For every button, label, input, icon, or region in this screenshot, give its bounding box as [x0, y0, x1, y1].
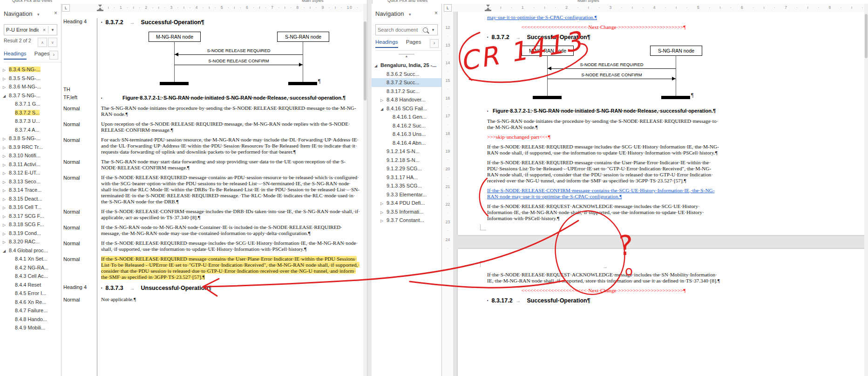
search-input[interactable]: [376, 27, 423, 33]
tab-headings[interactable]: Headings: [375, 39, 398, 48]
m-ng-ran-node-box[interactable]: M-NG-RAN node: [149, 32, 201, 42]
close-icon[interactable]: ×: [434, 10, 438, 16]
diagram-paragraph[interactable]: M-NG-RAN node S-NG-RAN node S-NODE RELEA…: [101, 32, 360, 90]
nav-item[interactable]: ▷8.3.14 Trace...: [0, 186, 61, 195]
paragraph[interactable]: For·​each·​SN-terminated·​PDU·​session·​…: [101, 137, 360, 155]
doc-row-content[interactable]: If·​the·​S-NODE·​RELEASE·​REQUIRED·​mess…: [97, 256, 363, 284]
doc-row-content[interactable]: The·​S-NG-RAN·​node·​may·​start·​data·​f…: [97, 159, 363, 175]
nav-item[interactable]: ◢8.4.16 SCG Fail...: [372, 104, 441, 113]
nav-item[interactable]: ▷8.3.6 M-NG-...: [0, 82, 61, 91]
s-ng-ran-node-box[interactable]: S-NG-RAN node: [277, 32, 329, 42]
nav-item[interactable]: ▷8.3.11 Activi...: [0, 160, 61, 169]
nav-item[interactable]: 8.4.5 Error I...: [0, 289, 61, 298]
paragraph[interactable]: If·​the·​S-NODE·​RELEASE·​REQUIRED·​mess…: [101, 240, 360, 252]
expand-triangle-icon[interactable]: ▷: [3, 178, 9, 186]
nav-item[interactable]: 8.4.3 Cell Ac...: [0, 272, 61, 281]
expand-triangle-icon[interactable]: ▷: [3, 161, 9, 169]
doc-row-content[interactable]: Not·​applicable.¶: [97, 296, 363, 306]
expand-triangle-icon[interactable]: ▷: [3, 169, 9, 177]
nav-item[interactable]: 8.3.7.3 U...: [0, 117, 61, 126]
section-heading[interactable]: ▪8.3.7.2→Successful·​Operation¶: [487, 34, 720, 40]
expand-triangle-icon[interactable]: ▷: [380, 217, 387, 225]
paragraph[interactable]: may·​use·​it·​to·​optimise·​the·​S-CPAC·…: [487, 14, 720, 20]
nav-item[interactable]: ◢8.4 Global proc...: [0, 246, 61, 255]
nav-item[interactable]: 8.3.17.2 Suc...: [372, 87, 441, 96]
nav-item[interactable]: ▷8.3.20 RAC...: [0, 237, 61, 246]
paragraph[interactable]: The·​S-NG-RAN·​node·​initiates·​the·​pro…: [487, 118, 720, 130]
paragraph[interactable]: If·​the·​S-NODE·​RELEASE·​REQUEST·​ACKNO…: [487, 203, 720, 222]
tab-selector[interactable]: L: [444, 4, 452, 12]
diagram-paragraph[interactable]: M-NG-RAN node S-NG-RAN node S-NODE RELEA…: [487, 46, 720, 104]
nav-item[interactable]: ▷8.4.8 Handover...: [372, 95, 441, 104]
s-ng-ran-node-box[interactable]: S-NG-RAN node: [650, 46, 702, 56]
nav-item[interactable]: ▷8.3.15 Deact...: [0, 195, 61, 203]
sequence-diagram[interactable]: M-NG-RAN node S-NG-RAN node S-NODE RELEA…: [118, 32, 341, 90]
nav-item[interactable]: 8.4.16.2 Suc...: [372, 121, 441, 130]
nav-item[interactable]: 8.3.7.4 A...: [0, 126, 61, 134]
doc-row-content[interactable]: If·​the·​S-NODE·​RELEASE·​CONFIRM·​messa…: [97, 208, 363, 224]
nav-item[interactable]: ▷8.3.17 SCG F...: [0, 212, 61, 221]
doc-row-content[interactable]: If·​the·​S-NG-RAN·​node·​to·​M-NG-RAN·​n…: [97, 224, 363, 240]
nav-item[interactable]: ▷8.3.19 Cond...: [0, 229, 61, 238]
nav-item[interactable]: ◢Bengaluru, India, 25 -...: [372, 61, 441, 70]
nav-item[interactable]: 9.3.1.17 HA...: [372, 173, 441, 182]
nav-item[interactable]: 8.4.8 Hando...: [0, 315, 61, 324]
nav-item[interactable]: 8.3.7.2 S...: [0, 108, 61, 117]
scrollbar-thumb[interactable]: [865, 14, 868, 58]
nav-item[interactable]: ▷9.3.4 PDU Defi...: [372, 199, 441, 208]
paragraph[interactable]: <<<<<<<<<<<<<<<<<<<<<<·​Next·​Change·​>>…: [487, 24, 720, 30]
nav-item[interactable]: 8.4.7 Failure...: [0, 306, 61, 315]
doc-row-content[interactable]: Upon·​reception·​of·​the·​S-NODE·​RELEAS…: [97, 121, 363, 137]
nav-item[interactable]: ▷8.3.16 Cell T...: [0, 203, 61, 212]
doc-row-content[interactable]: ▪8.3.7.2→Successful·​Operation¶: [97, 18, 363, 31]
paragraph[interactable]: The·​S-NG-RAN·​node·​may·​start·​data·​f…: [101, 159, 360, 171]
nav-item[interactable]: ▷8.3.12 E-UT...: [0, 168, 61, 177]
paragraph[interactable]: If·​the·​S-NODE·​RELEASE·​REQUIRED·​mess…: [487, 160, 720, 184]
doc-row-content[interactable]: M-NG-RAN node S-NG-RAN node S-NODE RELEA…: [97, 31, 363, 94]
expand-triangle-icon[interactable]: ▷: [3, 83, 9, 91]
paragraph[interactable]: <<<<<<<<<<<<<<<<<<<<<<·​Next·​Change·​>>…: [487, 288, 720, 294]
figure-caption[interactable]: ▪Figure·​8.3.7.2-1:·​S-NG-RAN·​node·​ini…: [487, 108, 720, 114]
m-ng-ran-node-box[interactable]: M-NG-RAN node: [522, 46, 574, 56]
chevron-down-icon[interactable]: ▾: [409, 12, 411, 17]
nav-item[interactable]: 8.4.16.3 Uns...: [372, 130, 441, 139]
tab-selector[interactable]: L: [62, 4, 70, 12]
expand-triangle-icon[interactable]: ▷: [380, 200, 387, 208]
chevron-down-icon[interactable]: ▾: [37, 12, 40, 17]
nav-item[interactable]: ▷9.3.7 Constant...: [372, 216, 441, 225]
nav-item[interactable]: ▷8.3.9 RRC Tr...: [0, 143, 61, 152]
paragraph[interactable]: If·​the·​S-NODE·​RELEASE·​CONFIRM·​messa…: [487, 188, 720, 200]
tab-pages[interactable]: Pages: [34, 51, 50, 59]
nav-item[interactable]: 8.4.9 Mobili...: [0, 323, 61, 332]
vertical-scrollbar[interactable]: [363, 4, 367, 376]
search-options-dropdown-icon[interactable]: ▾: [48, 27, 57, 32]
nav-item[interactable]: 8.4.1 Xn Set...: [0, 255, 61, 263]
document-canvas[interactable]: may·​use·​it·​to·​optimise·​the·​S-CPAC·…: [453, 12, 868, 376]
expand-triangle-icon[interactable]: ▷: [3, 152, 9, 160]
section-heading[interactable]: ▪8.3.17.2→Successful·​Operation¶: [487, 297, 720, 304]
doc-row-content[interactable]: If·​the·​S-NODE·​RELEASE·​REQUIRED·​mess…: [97, 240, 363, 256]
go-to-top-button[interactable]: ▲: [399, 54, 414, 58]
paragraph[interactable]: If·​the·​S-NG-RAN·​node·​to·​M-NG-RAN·​n…: [101, 224, 360, 236]
doc-row-content[interactable]: ▪Figure·​8.3.7.2-1:·​S-NG-RAN·​node·​ini…: [97, 94, 363, 105]
next-result-button[interactable]: ∨: [48, 38, 57, 47]
nav-item[interactable]: ▷8.3.5 S-NG-...: [0, 74, 61, 83]
figure-caption[interactable]: ▪Figure·​8.3.7.2-1:·​S-NG-RAN·​node·​ini…: [101, 95, 360, 101]
paragraph[interactable]: Not·​applicable.¶: [101, 296, 360, 302]
tabs-overflow-button[interactable]: ›: [49, 51, 58, 60]
section-heading[interactable]: ▪8.3.7.2→Successful·​Operation¶: [101, 19, 360, 26]
doc-row-content[interactable]: The·​S-NG-RAN·​node·​initiates·​the·​pro…: [97, 105, 363, 121]
nav-item[interactable]: 8.4.6 Xn Re...: [0, 298, 61, 307]
expand-triangle-icon[interactable]: ▷: [380, 96, 387, 104]
expand-triangle-icon[interactable]: ◢: [3, 92, 9, 100]
nav-item[interactable]: ▷8.3.10 Notifi...: [0, 151, 61, 160]
expand-triangle-icon[interactable]: ▷: [3, 135, 9, 143]
nav-item[interactable]: 9.1.2.14 S-N...: [372, 147, 441, 156]
search-input[interactable]: [4, 27, 41, 33]
scrollbar-thumb[interactable]: [364, 21, 366, 101]
nav-item[interactable]: 9.1.3.35 SCG...: [372, 181, 441, 190]
nav-item[interactable]: 8.4.2 NG-RA...: [0, 263, 61, 272]
tab-headings[interactable]: Headings: [4, 51, 27, 60]
expand-triangle-icon[interactable]: ▷: [3, 66, 9, 74]
nav-item[interactable]: ▷9.3.5 Informati...: [372, 208, 441, 216]
